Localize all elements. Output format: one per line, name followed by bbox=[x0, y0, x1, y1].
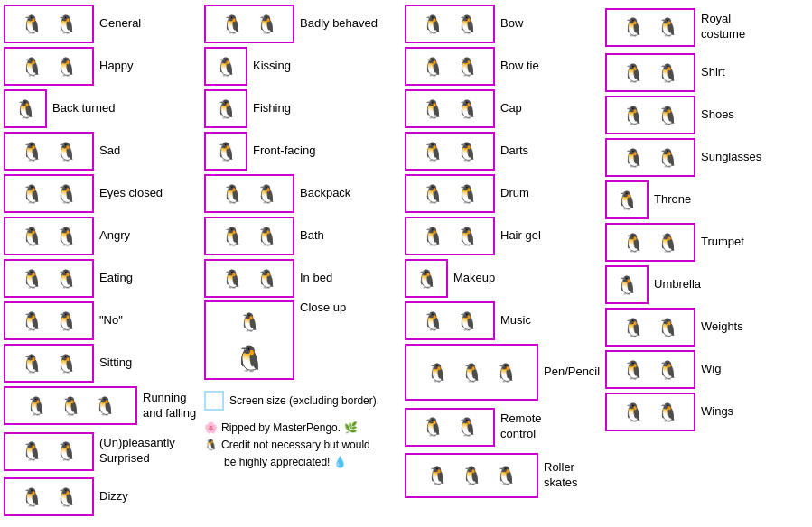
sprite-icon: 🐧 bbox=[50, 178, 82, 210]
sprite-icon: 🐧 bbox=[651, 396, 684, 429]
column-3: 🐧 🐧 Bow 🐧 🐧 Bow tie 🐧 🐧 bbox=[405, 4, 603, 517]
sad-label: Sad bbox=[99, 143, 120, 159]
darts-label: Darts bbox=[500, 143, 528, 159]
running-sprites: 🐧 🐧 🐧 bbox=[4, 386, 137, 425]
row-royal-costume: 🐧 🐧 Royal costume bbox=[605, 4, 804, 51]
sprite-icon: 🐧 bbox=[20, 390, 52, 422]
row-wig: 🐧 🐧 Wig bbox=[605, 349, 804, 390]
row-badly-behaved: 🐧 🐧 Badly behaved bbox=[204, 4, 403, 44]
bow-label: Bow bbox=[500, 16, 523, 32]
happy-sprites: 🐧 🐧 bbox=[4, 47, 94, 86]
bow-tie-label: Bow tie bbox=[500, 59, 539, 74]
wig-label: Wig bbox=[701, 362, 721, 377]
row-backpack: 🐧 🐧 Backpack bbox=[204, 173, 403, 214]
front-facing-sprites: 🐧 bbox=[204, 132, 247, 171]
backpack-label: Backpack bbox=[300, 186, 350, 201]
sprite-icon: 🐧 bbox=[421, 356, 453, 389]
eyes-closed-label: Eyes closed bbox=[99, 186, 163, 201]
sprite-icon: 🐧 bbox=[617, 311, 649, 344]
row-bath: 🐧 🐧 Bath bbox=[204, 216, 403, 256]
sprite-icon: 🐧 bbox=[50, 305, 82, 337]
column-4: 🐧 🐧 Royal costume 🐧 🐧 Shirt 🐧 🐧 bbox=[605, 4, 804, 517]
trumpet-sprites: 🐧 🐧 bbox=[605, 223, 695, 262]
sprite-icon: 🐧 bbox=[216, 8, 248, 41]
sprite-icon: 🐧 bbox=[216, 178, 248, 210]
drum-label: Drum bbox=[500, 186, 529, 201]
shirt-sprites: 🐧 🐧 bbox=[605, 53, 695, 92]
sprite-icon: 🐧 bbox=[416, 220, 449, 253]
row-cap: 🐧 🐧 Cap bbox=[405, 88, 603, 129]
screen-size-box bbox=[204, 391, 224, 411]
front-facing-label: Front-facing bbox=[253, 143, 315, 159]
credit-line3: be highly appreciated! bbox=[224, 454, 330, 471]
angry-label: Angry bbox=[99, 228, 130, 244]
angry-sprites: 🐧 🐧 bbox=[4, 217, 94, 255]
sprite-icon: 🐧 bbox=[210, 51, 242, 83]
row-drum: 🐧 🐧 Drum bbox=[405, 173, 603, 214]
in-bed-label: In bed bbox=[300, 271, 332, 286]
sprite-icon: 🐧 bbox=[50, 435, 82, 467]
water-icon: 💧 bbox=[333, 454, 347, 471]
screen-size-label: Screen size (excluding border). bbox=[229, 394, 379, 407]
sprite-icon: 🐧 bbox=[455, 356, 488, 389]
sprite-icon: 🐧 bbox=[50, 347, 82, 380]
sprite-icon: 🐧 bbox=[451, 220, 483, 253]
eating-label: Eating bbox=[99, 271, 133, 286]
row-makeup: 🐧 Makeup bbox=[405, 258, 603, 299]
row-close-up: 🐧 🐧 Close up bbox=[204, 300, 403, 382]
row-no: 🐧 🐧 "No" bbox=[4, 300, 202, 341]
sprite-icon: 🐧 bbox=[451, 178, 483, 210]
sprite-icon: 🐧 bbox=[50, 220, 82, 253]
sprite-icon: 🐧 bbox=[250, 263, 283, 295]
sprite-icon: 🐧 bbox=[416, 178, 449, 210]
credit-section: 🌸 Ripped by MasterPengo. 🌿 🐧 Credit not … bbox=[204, 420, 403, 472]
sprite-icon: 🐧 bbox=[15, 305, 48, 337]
row-general: 🐧 🐧 General bbox=[4, 4, 202, 44]
sprite-icon: 🐧 bbox=[233, 306, 266, 338]
sprite-icon: 🐧 bbox=[490, 459, 522, 492]
row-eating: 🐧 🐧 Eating bbox=[4, 258, 202, 299]
column-1: 🐧 🐧 General 🐧 🐧 Happy 🐧 Back turned bbox=[4, 4, 202, 517]
music-label: Music bbox=[500, 313, 531, 328]
badly-behaved-sprites: 🐧 🐧 bbox=[204, 5, 294, 43]
makeup-label: Makeup bbox=[453, 271, 495, 286]
row-shirt: 🐧 🐧 Shirt bbox=[605, 52, 804, 93]
kissing-sprites: 🐧 bbox=[204, 47, 247, 86]
sprite-icon: 🐧 bbox=[50, 263, 82, 295]
throne-sprites: 🐧 bbox=[605, 180, 649, 219]
row-sad: 🐧 🐧 Sad bbox=[4, 131, 202, 171]
sprite-icon: 🐧 bbox=[651, 227, 684, 259]
sprite-icon: 🐧 bbox=[651, 142, 684, 174]
sprite-icon: 🐧 bbox=[216, 263, 248, 295]
sprite-icon: 🐧 bbox=[9, 93, 42, 125]
row-sunglasses: 🐧 🐧 Sunglasses bbox=[605, 137, 804, 178]
row-wings: 🐧 🐧 Wings bbox=[605, 392, 804, 432]
sprite-icon: 🐧 bbox=[89, 390, 121, 422]
shoes-sprites: 🐧 🐧 bbox=[605, 96, 695, 134]
sprite-icon: 🐧 bbox=[50, 8, 82, 41]
sprite-icon: 🐧 bbox=[451, 305, 483, 337]
sprite-icon: 🐧 bbox=[416, 411, 449, 443]
umbrella-sprites: 🐧 bbox=[605, 265, 649, 304]
sprite-icon: 🐧 bbox=[15, 135, 48, 168]
row-eyes-closed: 🐧 🐧 Eyes closed bbox=[4, 173, 202, 214]
dizzy-label: Dizzy bbox=[99, 489, 128, 504]
dizzy-sprites: 🐧 🐧 bbox=[4, 477, 94, 516]
eyes-closed-sprites: 🐧 🐧 bbox=[4, 174, 94, 213]
sprite-icon: 🐧 bbox=[250, 178, 283, 210]
sprite-icon: 🐧 bbox=[617, 99, 649, 132]
cap-sprites: 🐧 🐧 bbox=[405, 89, 495, 128]
sprite-icon: 🐧 bbox=[15, 263, 48, 295]
row-happy: 🐧 🐧 Happy bbox=[4, 46, 202, 87]
sprite-icon: 🐧 bbox=[651, 311, 684, 344]
sprite-icon: 🐧 bbox=[651, 99, 684, 132]
row-bow: 🐧 🐧 Bow bbox=[405, 4, 603, 44]
back-turned-label: Back turned bbox=[52, 101, 115, 116]
row-sitting: 🐧 🐧 Sitting bbox=[4, 343, 202, 384]
column-2: 🐧 🐧 Badly behaved 🐧 Kissing 🐧 Fishing 🐧 … bbox=[204, 4, 403, 517]
trumpet-label: Trumpet bbox=[701, 235, 744, 250]
sprite-icon: 🐧 bbox=[15, 220, 48, 253]
leaf-icon: 🌿 bbox=[344, 420, 358, 437]
sprite-icon: 🐧 bbox=[50, 135, 82, 168]
row-in-bed: 🐧 🐧 In bed bbox=[204, 258, 403, 299]
